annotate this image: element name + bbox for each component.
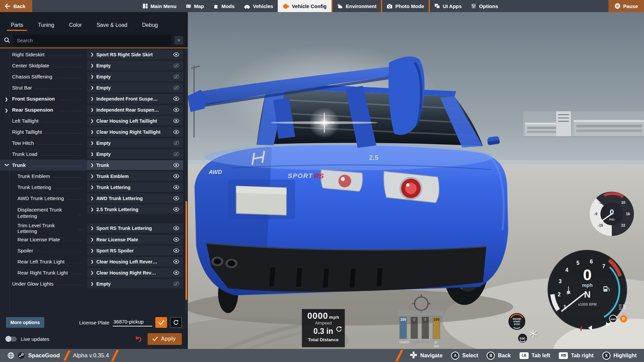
topbar-item-environment[interactable]: Environment: [332, 0, 381, 12]
back-arrow-icon: [5, 4, 10, 9]
pause-button[interactable]: Pause: [608, 0, 644, 12]
live-updates-toggle[interactable]: [6, 337, 17, 342]
topbar-item-options[interactable]: Options: [466, 0, 503, 12]
boost-tick: -15: [598, 223, 603, 227]
esc-badge[interactable]: ESC: [518, 334, 527, 343]
svg-text:STOP: STOP: [514, 323, 520, 325]
part-select-button[interactable]: ❯ Independent Front Suspe…: [87, 94, 183, 104]
visibility-eye-icon[interactable]: [173, 152, 180, 157]
tab-debug[interactable]: Debug: [138, 18, 163, 33]
part-select-button[interactable]: ❯ Clear Housing Left Rever…: [87, 257, 183, 266]
search-clear-icon[interactable]: ✕: [174, 36, 183, 45]
topbar-item-ui-apps[interactable]: UI Apps: [430, 0, 466, 12]
pedal-column: 100 clutch: [399, 317, 407, 348]
svg-text:ESC: ESC: [520, 337, 525, 340]
visibility-eye-icon[interactable]: [173, 163, 180, 168]
visibility-eye-icon[interactable]: [173, 129, 180, 134]
topbar-item-vehicles[interactable]: Vehicles: [239, 0, 278, 12]
tach-number: 5: [577, 260, 580, 266]
selected-part-label: Empty: [96, 152, 170, 157]
expand-chevron-icon[interactable]: ❯: [5, 108, 9, 113]
visibility-eye-icon[interactable]: [173, 74, 180, 79]
visibility-eye-icon[interactable]: [173, 281, 180, 286]
license-plate-input[interactable]: [113, 319, 152, 326]
engine-start-stop-button[interactable]: ENGINE START STOP: [508, 313, 526, 330]
topbar-item-map[interactable]: Map: [181, 0, 209, 12]
part-select-button[interactable]: ❯ Sport RS Spoiler: [87, 246, 183, 255]
visibility-eye-icon[interactable]: [173, 118, 180, 123]
visibility-eye-icon[interactable]: [173, 237, 180, 242]
visibility-eye-icon[interactable]: [173, 63, 180, 68]
visibility-eye-icon[interactable]: [173, 107, 180, 112]
topbar-item-vehicle-config[interactable]: Vehicle Config: [278, 0, 331, 12]
topbar-item-photo-mode[interactable]: Photo Mode: [382, 0, 429, 12]
dotted-leader: [35, 89, 82, 89]
part-select-button[interactable]: ❯ Empty: [87, 61, 183, 70]
part-slot-label: Trim Level Trunk Lettering: [17, 223, 75, 234]
part-select-button[interactable]: ❯ Trunk Emblem: [87, 171, 183, 181]
undo-button[interactable]: [135, 335, 142, 343]
airspeed-value: 0000: [307, 311, 328, 321]
part-select-button[interactable]: ❯ Trunk: [87, 160, 183, 170]
visibility-eye-icon[interactable]: [173, 174, 180, 179]
visibility-eye-icon[interactable]: [173, 207, 180, 212]
expand-chevron-icon[interactable]: ❯: [5, 163, 9, 168]
visibility-eye-icon[interactable]: [173, 226, 180, 231]
tab-save-load[interactable]: Save & Load: [92, 18, 132, 33]
part-select-button[interactable]: ❯ Empty: [87, 138, 183, 148]
tab-tuning[interactable]: Tuning: [33, 18, 59, 33]
part-select-button[interactable]: ❯ Independent Rear Suspen…: [87, 105, 183, 115]
visibility-eye-icon[interactable]: [173, 140, 180, 145]
part-select-button[interactable]: ❯ Clear Housing Right Taillight: [87, 127, 183, 137]
license-plate-confirm-button[interactable]: [155, 317, 167, 328]
dotted-leader: [37, 252, 82, 252]
license-plate-randomize-button[interactable]: [170, 317, 182, 328]
part-select-button[interactable]: ❯ Empty: [87, 72, 183, 81]
part-select-button[interactable]: ❯ 2.5 Trunk Lettering: [87, 204, 183, 214]
part-select-button[interactable]: ❯ Empty: [87, 279, 183, 289]
displacement-badge: 2.5: [369, 154, 378, 161]
part-select-button[interactable]: ❯ Empty: [87, 149, 183, 159]
part-select-button[interactable]: ❯ Clear Housing Right Rev…: [87, 268, 183, 278]
visibility-eye-icon[interactable]: [173, 196, 180, 201]
back-button[interactable]: Back: [0, 0, 32, 12]
pedal-value: 0: [411, 317, 418, 321]
visibility-eye-icon[interactable]: [173, 259, 180, 264]
parts-scrollbar-thumb[interactable]: [185, 201, 187, 300]
part-select-button[interactable]: ❯ Trunk Lettering: [87, 182, 183, 192]
part-select-button[interactable]: ❯ Sport RS Right Side Skirt: [87, 50, 183, 59]
viewport-3d[interactable]: AWD SPORT RS 2.5: [188, 12, 644, 362]
tab-parts[interactable]: Parts: [6, 18, 28, 33]
part-slot-label: Trunk Emblem: [17, 173, 50, 179]
chevron-right-icon: ❯: [91, 85, 94, 90]
park-brake-indicator: P: [620, 315, 627, 322]
visibility-eye-icon[interactable]: [173, 96, 180, 101]
visibility-eye-icon[interactable]: [173, 270, 180, 275]
part-slot-label: Rear Left Trunk Light: [17, 259, 64, 264]
rear-bumper: [206, 243, 486, 292]
part-select-button[interactable]: ❯ Sport RS Trunk Lettering: [87, 223, 183, 233]
chevron-right-icon: ❯: [91, 270, 94, 275]
visibility-eye-icon[interactable]: [173, 185, 180, 190]
top-menu-bar: Back Main Menu Map Mods Vehicles Vehi: [0, 0, 644, 12]
part-select-button[interactable]: ❯ Clear Housing Left Taillight: [87, 116, 183, 126]
pedal-column: 100 p-brk: [433, 317, 440, 348]
topbar-item-main-menu[interactable]: Main Menu: [138, 0, 181, 12]
apply-button[interactable]: Apply: [148, 333, 182, 345]
more-options-button[interactable]: More options: [6, 317, 44, 328]
part-slot-label: Chassis Stiffening: [12, 74, 52, 79]
visibility-eye-icon[interactable]: [173, 52, 180, 57]
tab-color[interactable]: Color: [64, 18, 87, 33]
pedal-bar: 100: [399, 317, 407, 339]
part-slot-row: ❯ Front Suspension ❯ Independent Front S…: [0, 93, 188, 104]
distance-reset-icon[interactable]: [336, 326, 342, 334]
visibility-eye-icon[interactable]: [173, 85, 180, 90]
engine-icon: [282, 3, 289, 9]
topbar-item-mods[interactable]: Mods: [209, 0, 239, 12]
visibility-eye-icon[interactable]: [173, 248, 180, 253]
expand-chevron-icon[interactable]: ❯: [5, 97, 9, 102]
search-input[interactable]: [13, 35, 172, 46]
part-select-button[interactable]: ❯ Empty: [87, 83, 183, 93]
part-select-button[interactable]: ❯ Rear License Plate: [87, 235, 183, 244]
part-select-button[interactable]: ❯ AWD Trunk Lettering: [87, 193, 183, 203]
